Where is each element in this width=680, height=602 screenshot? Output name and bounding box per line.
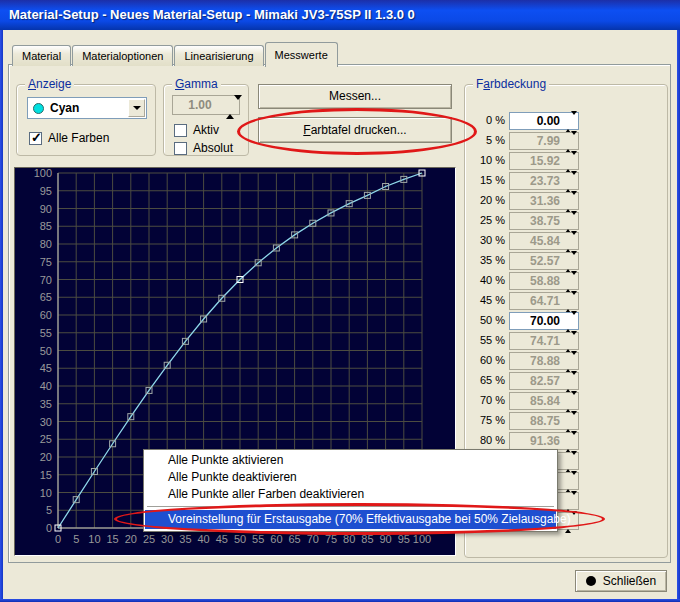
farbdeckung-row-label: 65 %: [465, 374, 505, 386]
farbdeckung-spinner[interactable]: [565, 494, 576, 510]
farbdeckung-spinner[interactable]: [565, 354, 576, 370]
spin-down-icon[interactable]: [571, 291, 577, 309]
farbdeckung-value-field[interactable]: 7.99: [509, 132, 579, 150]
spin-down-icon[interactable]: [571, 211, 577, 229]
spin-down-icon[interactable]: [571, 431, 577, 449]
svg-text:35: 35: [179, 533, 191, 545]
spin-down-icon[interactable]: [571, 471, 577, 489]
farbdeckung-row: 75 % 88.75: [465, 412, 665, 430]
farbdeckung-value-field[interactable]: 52.57: [509, 252, 579, 270]
schliessen-button[interactable]: Schließen: [575, 570, 667, 592]
farbdeckung-spinner[interactable]: [565, 454, 576, 470]
spin-down-icon[interactable]: [571, 311, 577, 329]
svg-text:40: 40: [197, 533, 209, 545]
farbdeckung-value-field[interactable]: 64.71: [509, 292, 579, 310]
farbdeckung-spinner[interactable]: [565, 154, 576, 170]
farbdeckung-spinner[interactable]: [565, 114, 576, 130]
spin-down-icon[interactable]: [571, 251, 577, 269]
spin-down-icon[interactable]: [571, 231, 577, 249]
farbdeckung-spinner[interactable]: [565, 274, 576, 290]
farbdeckung-row: 0 % 0.00: [465, 112, 665, 130]
spin-down-icon[interactable]: [571, 271, 577, 289]
spin-down-icon[interactable]: [571, 351, 577, 369]
farbdeckung-value-field[interactable]: 91.36: [509, 432, 579, 450]
gamma-spinner[interactable]: [226, 98, 237, 116]
window-border-left: [0, 30, 3, 602]
spin-down-icon[interactable]: [571, 171, 577, 189]
farbdeckung-spinner[interactable]: [565, 194, 576, 210]
spin-down-icon[interactable]: [571, 191, 577, 209]
svg-text:100: 100: [34, 168, 52, 179]
title-bar[interactable]: Material-Setup - Neues Material-Setup - …: [0, 0, 680, 30]
alle-farben-checkbox-row[interactable]: Alle Farben: [29, 131, 109, 145]
farbdeckung-value-field[interactable]: 45.84: [509, 232, 579, 250]
farbdeckung-spinner[interactable]: [565, 474, 576, 490]
farbdeckung-row: 55 % 74.71: [465, 332, 665, 350]
farbdeckung-spinner[interactable]: [565, 374, 576, 390]
farbdeckung-spinner[interactable]: [565, 134, 576, 150]
aktiv-checkbox[interactable]: [174, 124, 187, 137]
absolut-checkbox[interactable]: [174, 142, 187, 155]
farbdeckung-value-field[interactable]: 15.92: [509, 152, 579, 170]
spin-up-icon[interactable]: [226, 100, 234, 119]
farbdeckung-spinner[interactable]: [565, 394, 576, 410]
messen-button[interactable]: Messen...: [258, 84, 452, 109]
spin-down-icon[interactable]: [571, 151, 577, 169]
spin-down-icon[interactable]: [234, 95, 242, 114]
farbdeckung-value-field[interactable]: 58.88: [509, 272, 579, 290]
farbdeckung-spinner[interactable]: [565, 314, 576, 330]
svg-text:70: 70: [307, 533, 319, 545]
spin-down-icon[interactable]: [571, 371, 577, 389]
spin-down-icon[interactable]: [571, 131, 577, 149]
farbdeckung-value-field[interactable]: 38.75: [509, 212, 579, 230]
tab-materialoptionen[interactable]: Materialoptionen: [72, 45, 173, 66]
farbdeckung-value-field[interactable]: 85.84: [509, 392, 579, 410]
farbdeckung-value-field[interactable]: 70.00: [509, 312, 579, 330]
svg-text:65: 65: [40, 291, 52, 303]
preset-menu-item[interactable]: Voreinstellung für Erstausgabe (70% Effe…: [145, 510, 556, 529]
spin-down-icon[interactable]: [571, 111, 577, 129]
spin-down-icon[interactable]: [571, 411, 577, 429]
context-menu-item[interactable]: Alle Punkte deaktivieren: [145, 469, 556, 486]
farbdeckung-spinner[interactable]: [565, 214, 576, 230]
spin-down-icon[interactable]: [571, 451, 577, 469]
farbdeckung-spinner[interactable]: [565, 434, 576, 450]
context-menu-item[interactable]: Alle Punkte aller Farben deaktivieren: [145, 486, 556, 503]
material-setup-dialog: Material-Setup - Neues Material-Setup - …: [0, 0, 680, 602]
tab-material[interactable]: Material: [12, 45, 71, 66]
farbdeckung-spinner[interactable]: [565, 414, 576, 430]
tab-linearisierung[interactable]: Linearisierung: [174, 45, 263, 66]
color-select[interactable]: Cyan: [27, 97, 147, 119]
svg-text:50: 50: [40, 345, 52, 357]
farbdeckung-value-field[interactable]: 31.36: [509, 192, 579, 210]
farbdeckung-value-field[interactable]: 78.88: [509, 352, 579, 370]
combo-dropdown-button[interactable]: [128, 99, 145, 117]
absolut-checkbox-row[interactable]: Absolut: [174, 141, 233, 155]
aktiv-checkbox-row[interactable]: Aktiv: [174, 123, 219, 137]
tab-messwerte[interactable]: Messwerte: [265, 42, 338, 67]
alle-farben-checkbox[interactable]: [29, 132, 42, 145]
spin-down-icon[interactable]: [571, 391, 577, 409]
black-dot-icon: [586, 576, 596, 586]
spin-down-icon[interactable]: [571, 331, 577, 349]
farbdeckung-spinner[interactable]: [565, 294, 576, 310]
farbtafel-drucken-button[interactable]: Farbtafel drucken...: [258, 117, 452, 143]
svg-text:45: 45: [216, 533, 228, 545]
farbdeckung-spinner[interactable]: [565, 174, 576, 190]
spin-down-icon[interactable]: [571, 511, 577, 529]
farbdeckung-row-label: 20 %: [465, 194, 505, 206]
gamma-value-field[interactable]: 1.00: [172, 95, 240, 115]
farbdeckung-spinner[interactable]: [565, 234, 576, 250]
farbdeckung-row-label: 45 %: [465, 294, 505, 306]
svg-text:20: 20: [125, 533, 137, 545]
farbdeckung-value-field[interactable]: 23.73: [509, 172, 579, 190]
context-menu-item[interactable]: Alle Punkte aktivieren: [145, 452, 556, 469]
svg-text:90: 90: [379, 533, 391, 545]
farbdeckung-value-field[interactable]: 0.00: [509, 112, 579, 130]
farbdeckung-spinner[interactable]: [565, 334, 576, 350]
spin-down-icon[interactable]: [571, 491, 577, 509]
farbdeckung-value-field[interactable]: 88.75: [509, 412, 579, 430]
farbdeckung-value-field[interactable]: 82.57: [509, 372, 579, 390]
farbdeckung-value-field[interactable]: 74.71: [509, 332, 579, 350]
farbdeckung-spinner[interactable]: [565, 254, 576, 270]
